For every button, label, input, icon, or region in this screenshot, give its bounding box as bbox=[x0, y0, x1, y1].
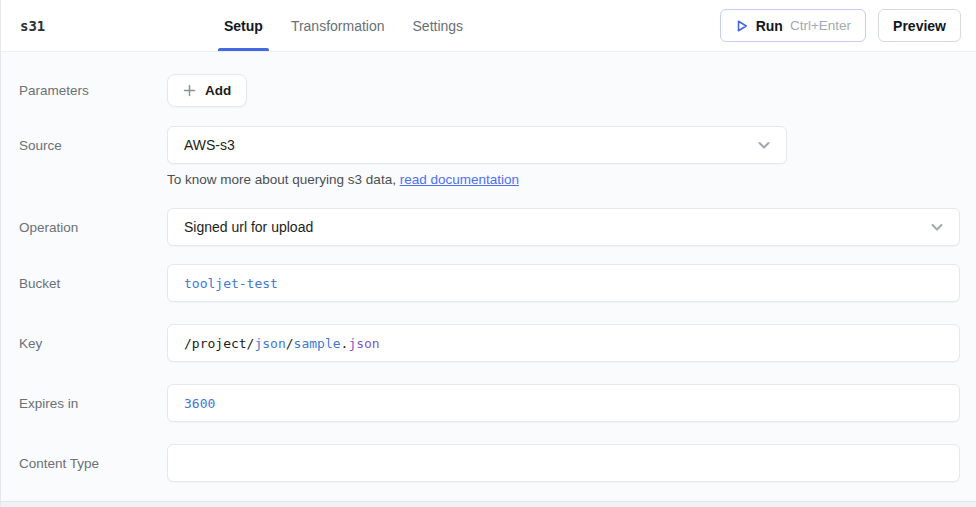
query-editor-panel: s31 Setup Transformation Settings Run Ct… bbox=[0, 0, 976, 507]
run-button-label: Run bbox=[756, 18, 783, 34]
expires-in-label: Expires in bbox=[19, 396, 167, 411]
source-select[interactable]: AWS-s3 bbox=[167, 126, 787, 164]
preview-button[interactable]: Preview bbox=[878, 9, 961, 42]
content-type-row: Content Type bbox=[1, 444, 976, 482]
run-button[interactable]: Run Ctrl+Enter bbox=[720, 9, 866, 42]
source-helper-prefix: To know more about querying s3 data, bbox=[167, 172, 400, 187]
content-type-label: Content Type bbox=[19, 456, 167, 471]
bucket-input[interactable]: tooljet-test bbox=[167, 264, 960, 302]
read-documentation-link[interactable]: read documentation bbox=[400, 172, 519, 187]
bucket-label: Bucket bbox=[19, 276, 167, 291]
source-label: Source bbox=[19, 138, 167, 153]
expires-in-input[interactable]: 3600 bbox=[167, 384, 960, 422]
preview-button-label: Preview bbox=[893, 18, 946, 34]
content-type-input[interactable] bbox=[184, 445, 943, 481]
tab-bar: Setup Transformation Settings bbox=[224, 0, 463, 51]
key-input[interactable]: /project/json/sample.json bbox=[167, 324, 960, 362]
query-header: s31 Setup Transformation Settings Run Ct… bbox=[1, 0, 976, 52]
bottom-divider bbox=[1, 501, 976, 507]
source-select-value: AWS-s3 bbox=[184, 137, 235, 153]
header-actions: Run Ctrl+Enter Preview bbox=[720, 9, 961, 42]
key-label: Key bbox=[19, 336, 167, 351]
play-icon bbox=[735, 19, 749, 33]
tab-setup[interactable]: Setup bbox=[224, 0, 263, 51]
expires-in-input-value: 3600 bbox=[184, 396, 215, 411]
content-type-input-wrap bbox=[167, 444, 960, 482]
run-shortcut: Ctrl+Enter bbox=[790, 18, 851, 33]
tab-settings[interactable]: Settings bbox=[413, 0, 464, 51]
parameters-label: Parameters bbox=[19, 83, 167, 98]
key-row: Key /project/json/sample.json bbox=[1, 324, 976, 362]
tab-setup-label: Setup bbox=[224, 18, 263, 34]
operation-select-value: Signed url for upload bbox=[184, 219, 313, 235]
source-row: Source AWS-s3 bbox=[1, 126, 976, 164]
expires-in-row: Expires in 3600 bbox=[1, 384, 976, 422]
chevron-down-icon bbox=[756, 137, 772, 153]
chevron-down-icon bbox=[929, 219, 945, 235]
plus-icon bbox=[183, 84, 196, 97]
tab-settings-label: Settings bbox=[413, 18, 464, 34]
tab-transformation-label: Transformation bbox=[291, 18, 385, 34]
operation-select[interactable]: Signed url for upload bbox=[167, 208, 960, 246]
key-input-value: /project/json/sample.json bbox=[184, 336, 380, 351]
tab-transformation[interactable]: Transformation bbox=[291, 0, 385, 51]
add-parameter-button[interactable]: Add bbox=[167, 74, 247, 107]
bucket-row: Bucket tooljet-test bbox=[1, 264, 976, 302]
parameters-row: Parameters Add bbox=[1, 74, 976, 107]
operation-label: Operation bbox=[19, 220, 167, 235]
add-parameter-label: Add bbox=[205, 83, 231, 98]
query-form: Parameters Add Source AWS-s3 bbox=[1, 52, 976, 482]
query-name[interactable]: s31 bbox=[20, 18, 160, 34]
bucket-input-value: tooljet-test bbox=[184, 276, 278, 291]
source-helper-row: To know more about querying s3 data, rea… bbox=[1, 164, 976, 208]
source-helper-text: To know more about querying s3 data, rea… bbox=[167, 172, 960, 187]
operation-row: Operation Signed url for upload bbox=[1, 208, 976, 246]
